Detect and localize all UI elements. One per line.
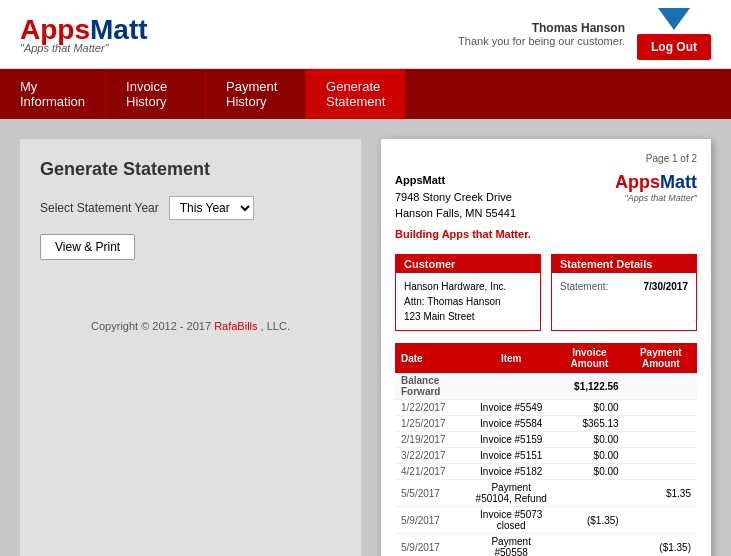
cell-date: 5/9/2017 bbox=[395, 534, 468, 557]
select-year-label: Select Statement Year bbox=[40, 201, 159, 215]
table-row: 1/22/2017Invoice #5549$0.00 bbox=[395, 400, 697, 416]
table-row: 5/9/2017Invoice #5073 closed($1.35) bbox=[395, 507, 697, 534]
statement-boxes: Customer Hanson Hardware, Inc. Attn: Tho… bbox=[395, 254, 697, 331]
cell-payment bbox=[625, 432, 697, 448]
statement-date-row: Statement: 7/30/2017 bbox=[560, 279, 688, 294]
stmt-logo-apps: Apps bbox=[615, 172, 660, 192]
cell-item: Payment #50104, Refund bbox=[468, 480, 554, 507]
cell-invoice: $0.00 bbox=[554, 448, 625, 464]
stmt-logo-tagline: "Apps that Matter" bbox=[615, 193, 697, 203]
statement-details-header: Statement Details bbox=[552, 255, 696, 273]
nav-item-generate-statement[interactable]: Generate Statement bbox=[306, 69, 406, 119]
cell-invoice: $0.00 bbox=[554, 432, 625, 448]
cell-payment: ($1.35) bbox=[625, 534, 697, 557]
statement-table: Date Item Invoice Amount Payment Amount … bbox=[395, 343, 697, 556]
header: AppsMatt "Apps that Matter" Thomas Hanso… bbox=[0, 0, 731, 69]
stmt-logo-matt: Matt bbox=[660, 172, 697, 192]
table-row: 2/19/2017Invoice #5159$0.00 bbox=[395, 432, 697, 448]
main-content: Generate Statement Select Statement Year… bbox=[0, 119, 731, 556]
nav-label-line2: History bbox=[226, 94, 285, 109]
view-print-button[interactable]: View & Print bbox=[40, 234, 135, 260]
cell-item bbox=[468, 373, 554, 400]
company-address1: 7948 Stony Creek Drive bbox=[395, 189, 531, 206]
cell-invoice: $365.13 bbox=[554, 416, 625, 432]
year-select[interactable]: This Year Last Year 2016 2015 bbox=[169, 196, 254, 220]
nav-label-line1: Payment bbox=[226, 79, 285, 94]
statement-logo: AppsMatt "Apps that Matter" bbox=[615, 172, 697, 203]
company-name: AppsMatt bbox=[395, 172, 531, 189]
customer-address: 123 Main Street bbox=[404, 309, 532, 324]
cell-date: Balance Forward bbox=[395, 373, 468, 400]
copyright-brand[interactable]: RafaBills bbox=[214, 320, 257, 332]
cell-invoice bbox=[554, 534, 625, 557]
nav-item-my-information[interactable]: My Information bbox=[0, 69, 106, 119]
cell-item: Invoice #5151 bbox=[468, 448, 554, 464]
cell-payment bbox=[625, 400, 697, 416]
logout-button[interactable]: Log Out bbox=[637, 34, 711, 60]
form-row-year: Select Statement Year This Year Last Yea… bbox=[40, 196, 341, 220]
nav-label-line1: My bbox=[20, 79, 85, 94]
customer-box-header: Customer bbox=[396, 255, 540, 273]
panel-title: Generate Statement bbox=[40, 159, 341, 180]
cell-date: 1/25/2017 bbox=[395, 416, 468, 432]
cell-payment: $1.35 bbox=[625, 480, 697, 507]
cell-payment bbox=[625, 373, 697, 400]
cell-invoice: $0.00 bbox=[554, 464, 625, 480]
user-info: Thomas Hanson Thank you for being our cu… bbox=[458, 21, 625, 47]
user-thanks: Thank you for being our customer. bbox=[458, 35, 625, 47]
table-row: Balance Forward$1,122.56 bbox=[395, 373, 697, 400]
col-date: Date bbox=[395, 343, 468, 373]
nav-label-line2: Information bbox=[20, 94, 85, 109]
cell-item: Invoice #5584 bbox=[468, 416, 554, 432]
nav-label-line2: Statement bbox=[326, 94, 385, 109]
copyright-suffix: , LLC. bbox=[261, 320, 290, 332]
cell-item: Payment #50558 bbox=[468, 534, 554, 557]
statement-header: AppsMatt 7948 Stony Creek Drive Hanson F… bbox=[395, 172, 697, 242]
down-arrow-icon bbox=[658, 8, 690, 30]
cell-item: Invoice #5159 bbox=[468, 432, 554, 448]
cell-payment bbox=[625, 464, 697, 480]
cell-date: 1/22/2017 bbox=[395, 400, 468, 416]
cell-payment bbox=[625, 416, 697, 432]
logo-matt: Matt bbox=[90, 14, 148, 45]
col-payment-amount: Payment Amount bbox=[625, 343, 697, 373]
col-invoice-amount: Invoice Amount bbox=[554, 343, 625, 373]
cell-invoice: $1,122.56 bbox=[554, 373, 625, 400]
cell-date: 4/21/2017 bbox=[395, 464, 468, 480]
cell-item: Invoice #5182 bbox=[468, 464, 554, 480]
customer-attn: Attn: Thomas Hanson bbox=[404, 294, 532, 309]
nav-item-payment-history[interactable]: Payment History bbox=[206, 69, 306, 119]
statement-details-box: Statement Details Statement: 7/30/2017 bbox=[551, 254, 697, 331]
table-row: 3/22/2017Invoice #5151$0.00 bbox=[395, 448, 697, 464]
arrow-container: Log Out bbox=[637, 8, 711, 60]
cell-date: 2/19/2017 bbox=[395, 432, 468, 448]
copyright-text: Copyright © 2012 - 2017 bbox=[91, 320, 211, 332]
left-panel: Generate Statement Select Statement Year… bbox=[20, 139, 361, 556]
cell-invoice: $0.00 bbox=[554, 400, 625, 416]
user-area: Thomas Hanson Thank you for being our cu… bbox=[458, 8, 711, 60]
logo-area: AppsMatt "Apps that Matter" bbox=[20, 14, 148, 54]
building-text: Building Apps that Matter. bbox=[395, 226, 531, 243]
cell-date: 3/22/2017 bbox=[395, 448, 468, 464]
nav-item-invoice-history[interactable]: Invoice History bbox=[106, 69, 206, 119]
cell-date: 5/5/2017 bbox=[395, 480, 468, 507]
cell-payment bbox=[625, 507, 697, 534]
user-name: Thomas Hanson bbox=[458, 21, 625, 35]
stmt-logo-text: AppsMatt bbox=[615, 172, 697, 193]
statement-date-label: Statement: bbox=[560, 279, 608, 294]
statement-details-content: Statement: 7/30/2017 bbox=[552, 273, 696, 323]
nav-bar: My Information Invoice History Payment H… bbox=[0, 69, 731, 119]
customer-box-content: Hanson Hardware, Inc. Attn: Thomas Hanso… bbox=[396, 273, 540, 330]
logo-tagline: "Apps that Matter" bbox=[20, 42, 148, 54]
cell-invoice bbox=[554, 480, 625, 507]
table-header-row: Date Item Invoice Amount Payment Amount bbox=[395, 343, 697, 373]
cell-date: 5/9/2017 bbox=[395, 507, 468, 534]
cell-invoice: ($1.35) bbox=[554, 507, 625, 534]
nav-label-line1: Generate bbox=[326, 79, 385, 94]
copyright: Copyright © 2012 - 2017 RafaBills , LLC. bbox=[40, 320, 341, 332]
logo-apps: Apps bbox=[20, 14, 90, 45]
table-row: 5/9/2017Payment #50558($1.35) bbox=[395, 534, 697, 557]
page-info: Page 1 of 2 bbox=[395, 153, 697, 164]
table-row: 1/25/2017Invoice #5584$365.13 bbox=[395, 416, 697, 432]
nav-label-line2: History bbox=[126, 94, 185, 109]
